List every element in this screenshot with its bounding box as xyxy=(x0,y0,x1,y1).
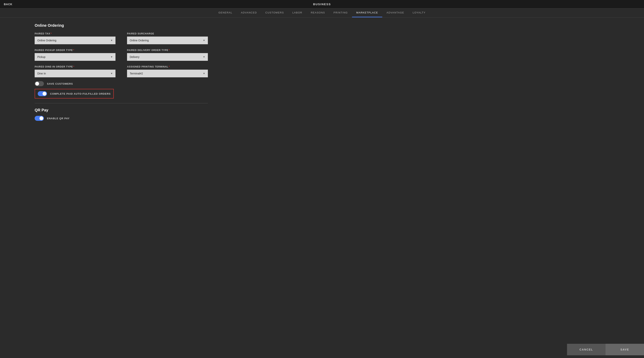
paired-delivery-select-wrapper: Delivery xyxy=(127,53,208,61)
paired-surcharge-group: PAIRED SURCHARGE Online Ordering xyxy=(127,32,208,44)
paired-dinein-select[interactable]: Dine In xyxy=(35,70,116,77)
paired-pickup-select-wrapper: Pickup xyxy=(35,53,116,61)
top-bar-title: BUSINESS xyxy=(313,2,331,6)
bottom-bar: CANCEL SAVE xyxy=(0,341,644,358)
paired-surcharge-select-wrapper: Online Ordering xyxy=(127,36,208,44)
online-ordering-title: Online Ordering xyxy=(35,23,609,28)
paired-delivery-select[interactable]: Delivery xyxy=(127,53,208,61)
tab-general[interactable]: GENERAL xyxy=(214,8,237,17)
tab-reasons[interactable]: REASONS xyxy=(306,8,329,17)
paired-tax-select[interactable]: Online Ordering xyxy=(35,36,116,44)
tab-loyalty[interactable]: LOYALTY xyxy=(408,8,430,17)
assigned-terminal-select[interactable]: Terminal#2 xyxy=(127,70,208,77)
paired-dinein-select-wrapper: Dine In xyxy=(35,70,116,77)
paired-surcharge-label: PAIRED SURCHARGE xyxy=(127,32,208,35)
paired-delivery-group: PAIRED DELIVERY ORDER TYPE* Delivery xyxy=(127,49,208,61)
save-button[interactable]: SAVE xyxy=(606,344,644,355)
save-customers-label: SAVE CUSTOMERS xyxy=(47,82,73,85)
paired-tax-select-wrapper: Online Ordering xyxy=(35,36,116,44)
paired-pickup-label: PAIRED PICKUP ORDER TYPE* xyxy=(35,49,116,51)
paired-tax-label: PAIRED TAX* xyxy=(35,32,116,35)
assigned-terminal-group: ASSIGNED PRINTING TERMINAL* Terminal#2 xyxy=(127,65,208,77)
paired-tax-group: PAIRED TAX* Online Ordering xyxy=(35,32,116,44)
tab-advanced[interactable]: ADVANCED xyxy=(237,8,261,17)
nav-tabs: GENERAL ADVANCED CUSTOMERS LABOR REASONS… xyxy=(0,8,644,17)
complete-paid-row: COMPLETE PAID AUTO-FULFILLED ORDERS xyxy=(35,89,114,98)
enable-qr-pay-row: ENABLE QR PAY xyxy=(35,116,609,121)
form-grid: PAIRED TAX* Online Ordering PAIRED SURCH… xyxy=(35,32,208,77)
top-bar: BACK BUSINESS xyxy=(0,0,644,8)
paired-pickup-group: PAIRED PICKUP ORDER TYPE* Pickup xyxy=(35,49,116,61)
required-star-dinein: * xyxy=(73,65,74,68)
complete-paid-label: COMPLETE PAID AUTO-FULFILLED ORDERS xyxy=(50,92,111,95)
paired-surcharge-select[interactable]: Online Ordering xyxy=(127,36,208,44)
enable-qr-pay-label: ENABLE QR PAY xyxy=(47,117,70,120)
paired-dinein-group: PAIRED DINE-IN ORDER TYPE* Dine In xyxy=(35,65,116,77)
tab-printing[interactable]: PRINTING xyxy=(329,8,352,17)
tab-customers[interactable]: CUSTOMERS xyxy=(261,8,288,17)
back-button[interactable]: BACK xyxy=(4,3,12,6)
save-customers-toggle[interactable] xyxy=(35,81,44,86)
cancel-button[interactable]: CANCEL xyxy=(567,344,606,355)
required-star: * xyxy=(50,32,52,35)
paired-delivery-label: PAIRED DELIVERY ORDER TYPE* xyxy=(127,49,208,51)
assigned-terminal-select-wrapper: Terminal#2 xyxy=(127,70,208,77)
complete-paid-toggle[interactable] xyxy=(38,91,47,96)
toggles-section: SAVE CUSTOMERS COMPLETE PAID AUTO-FULFIL… xyxy=(35,81,609,98)
qr-pay-title: QR Pay xyxy=(35,108,609,112)
required-star-pickup: * xyxy=(73,49,74,51)
required-star-terminal: * xyxy=(169,65,170,68)
save-customers-row: SAVE CUSTOMERS xyxy=(35,81,609,86)
assigned-terminal-label: ASSIGNED PRINTING TERMINAL* xyxy=(127,65,208,68)
main-content: Online Ordering PAIRED TAX* Online Order… xyxy=(0,17,644,341)
paired-pickup-select[interactable]: Pickup xyxy=(35,53,116,61)
tab-marketplace[interactable]: MARKETPLACE xyxy=(352,8,382,17)
required-star-delivery: * xyxy=(168,49,170,51)
paired-dinein-label: PAIRED DINE-IN ORDER TYPE* xyxy=(35,65,116,68)
tab-advantage[interactable]: ADVANTAGE xyxy=(382,8,408,17)
tab-labor[interactable]: LABOR xyxy=(288,8,306,17)
enable-qr-pay-toggle[interactable] xyxy=(35,116,44,121)
